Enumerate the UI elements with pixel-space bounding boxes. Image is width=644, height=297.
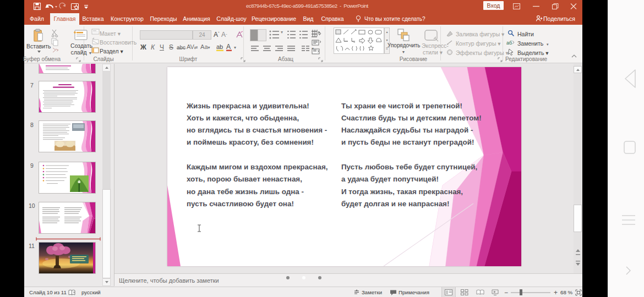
svg-text:ab: ab bbox=[216, 43, 223, 50]
svg-text:Каждым мигом и вздохом прекрас: Каждым мигом и вздохом прекрасная, bbox=[187, 163, 328, 171]
svg-text:Пусть любовь тебе будет спутни: Пусть любовь тебе будет спутницей, bbox=[341, 163, 477, 171]
svg-text:но дана тебе жизнь лишь одна -: но дана тебе жизнь лишь одна - bbox=[187, 187, 304, 195]
svg-text:и пусть беды не встанут прегра: и пусть беды не встанут преградой! bbox=[341, 138, 474, 146]
svg-text:и поймешь красоту, без сомнени: и поймешь красоту, без сомнения! bbox=[187, 138, 314, 146]
svg-text:Счастлив будь ты и детским леп: Счастлив будь ты и детским лепетом! bbox=[341, 113, 482, 122]
svg-text:А: А bbox=[226, 43, 231, 51]
svg-text:▾: ▾ bbox=[234, 45, 236, 50]
svg-text:хоть, порою бывает ненастная,: хоть, порою бывает ненастная, bbox=[187, 175, 302, 183]
svg-text:аб: аб bbox=[506, 40, 512, 46]
svg-text:И тогда жизнь, такая прекрасна: И тогда жизнь, такая прекрасная, bbox=[341, 187, 463, 195]
svg-text:Хоть и кажется, что обыденна,: Хоть и кажется, что обыденна, bbox=[187, 113, 299, 122]
svg-text:а удача будет попутчицей!: а удача будет попутчицей! bbox=[341, 175, 439, 183]
svg-text:Жизнь прекрасна и удивительна!: Жизнь прекрасна и удивительна! bbox=[186, 101, 309, 109]
svg-text:пусть счастливою будет она!: пусть счастливою будет она! bbox=[187, 199, 294, 207]
svg-text:Наслаждайся судьбы ты наградой: Наслаждайся судьбы ты наградой - bbox=[341, 126, 473, 134]
svg-text:но вглядись ты в счастья мгнов: но вглядись ты в счастья мгновения - bbox=[187, 126, 327, 134]
svg-text:Ты храни ее чистой и трепетной: Ты храни ее чистой и трепетной! bbox=[341, 101, 462, 109]
svg-text:будет долгая и не напрасная!: будет долгая и не напрасная! bbox=[341, 199, 449, 207]
svg-text:▾: ▾ bbox=[281, 30, 283, 35]
